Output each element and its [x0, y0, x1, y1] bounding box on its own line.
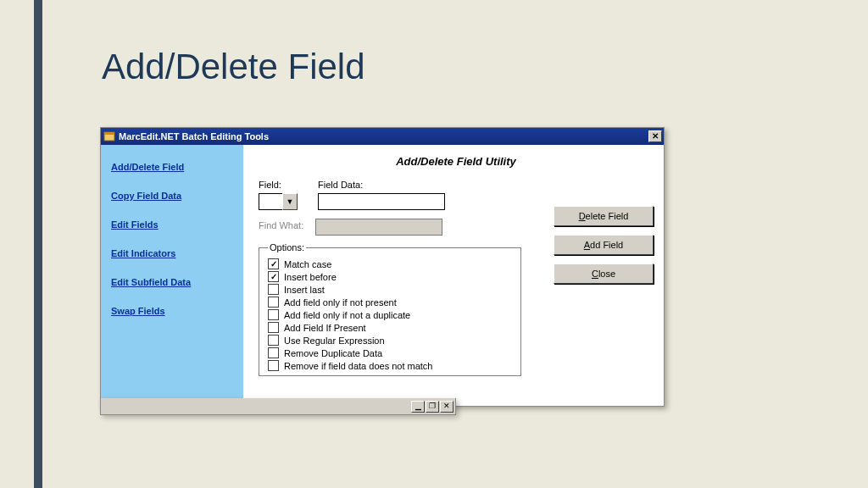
option-row: Insert last: [268, 283, 512, 296]
svg-rect-1: [104, 132, 114, 135]
option-label: Remove Duplicate Data: [284, 348, 382, 358]
field-input[interactable]: [259, 193, 282, 210]
option-label: Add field only if not present: [284, 297, 397, 308]
option-label: Use Regular Expression: [284, 336, 385, 346]
delete-field-button[interactable]: Delete Field: [554, 206, 654, 226]
add-field-button[interactable]: Add Field: [554, 235, 654, 255]
option-checkbox[interactable]: [268, 322, 279, 333]
sidebar-item-edit-indicators[interactable]: Edit Indicators: [111, 248, 233, 258]
app-window: MarcEdit.NET Batch Editing Tools ✕ Add/D…: [100, 127, 665, 407]
sidebar-item-swap-fields[interactable]: Swap Fields: [111, 306, 233, 316]
field-combo[interactable]: ▼: [259, 193, 298, 210]
option-row: Use Regular Expression: [268, 334, 512, 347]
restore-button[interactable]: ❐: [426, 401, 439, 413]
fielddata-input[interactable]: [318, 193, 445, 210]
option-row: Add field only if not a duplicate: [268, 308, 512, 321]
option-row: Add Field If Present: [268, 321, 512, 334]
field-label: Field:: [259, 180, 298, 190]
window-close-button[interactable]: ✕: [648, 130, 662, 142]
option-row: Add field only if not present: [268, 296, 512, 308]
minimize-button[interactable]: ▁: [411, 401, 425, 413]
option-checkbox[interactable]: [268, 258, 279, 269]
findwhat-input: [315, 219, 442, 236]
option-row: Match case: [268, 258, 512, 270]
titlebar: MarcEdit.NET Batch Editing Tools ✕: [101, 128, 664, 145]
slide-accent-bar: [34, 0, 42, 488]
option-checkbox[interactable]: [268, 284, 279, 295]
field-dropdown-button[interactable]: ▼: [282, 193, 298, 210]
option-row: Remove Duplicate Data: [268, 347, 512, 359]
option-label: Match case: [284, 259, 331, 269]
option-label: Add Field If Present: [284, 323, 366, 333]
option-checkbox[interactable]: [268, 347, 279, 358]
option-row: Insert before: [268, 270, 512, 283]
options-fieldset: Options: Match caseInsert beforeInsert l…: [259, 242, 521, 376]
sidebar-item-copy-field-data[interactable]: Copy Field Data: [111, 191, 233, 201]
utility-title: Add/Delete Field Utility: [259, 152, 654, 180]
sidebar-item-edit-fields[interactable]: Edit Fields: [111, 219, 233, 230]
app-icon: [103, 130, 115, 142]
sidebar: Add/Delete Field Copy Field Data Edit Fi…: [101, 145, 243, 406]
page-title: Add/Delete Field: [102, 47, 365, 87]
option-label: Remove if field data does not match: [284, 361, 432, 371]
option-checkbox[interactable]: [268, 271, 279, 282]
sidebar-item-edit-subfield-data[interactable]: Edit Subfield Data: [111, 277, 233, 287]
option-label: Insert last: [284, 285, 325, 295]
close-button[interactable]: Close: [554, 263, 654, 284]
findwhat-label: Find What:: [259, 220, 303, 230]
content-pane: Add/Delete Field Utility Field: ▼ Field …: [243, 145, 664, 406]
window-title-text: MarcEdit.NET Batch Editing Tools: [119, 131, 269, 141]
option-checkbox[interactable]: [268, 360, 279, 371]
option-label: Insert before: [284, 272, 337, 282]
option-checkbox[interactable]: [268, 297, 279, 308]
child-window-controls: ▁ ❐ ✕: [100, 398, 456, 415]
options-legend: Options:: [268, 242, 306, 252]
option-label: Add field only if not a duplicate: [284, 310, 410, 320]
option-row: Remove if field data does not match: [268, 359, 512, 372]
option-checkbox[interactable]: [268, 309, 279, 320]
option-checkbox[interactable]: [268, 335, 279, 346]
fielddata-label: Field Data:: [318, 180, 445, 190]
sidebar-item-add-delete-field[interactable]: Add/Delete Field: [111, 162, 233, 172]
child-close-button[interactable]: ✕: [440, 401, 453, 413]
